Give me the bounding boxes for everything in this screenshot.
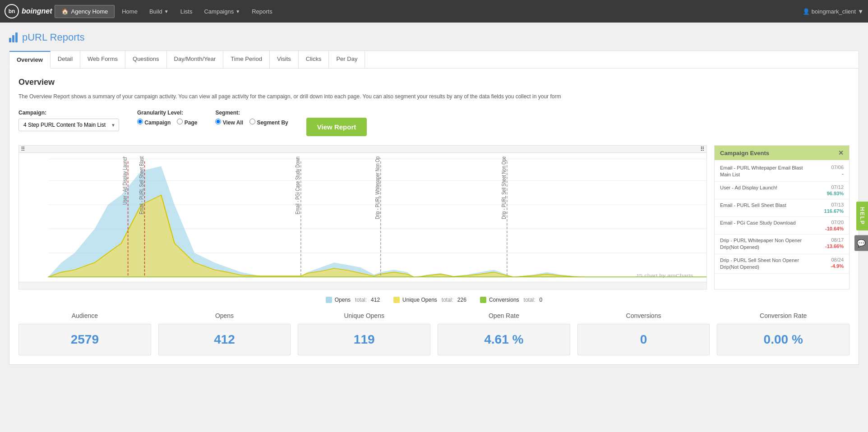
event-item-2: Email - PURL Sell Sheet Blast 07/13 116.… [715,199,849,217]
segment-viewall-radio[interactable] [215,119,221,124]
svg-text:Email - PGi Case Study Downloa: Email - PGi Case Study Download [294,156,300,214]
legend-opens-label: Opens [335,297,351,303]
help-button[interactable]: HELP [856,202,868,230]
event-item-3: Email - PGi Case Study Download 07/20 -1… [715,217,849,234]
granularity-campaign-option[interactable]: Campaign [137,119,171,126]
legend-unique-opens-total-label: total: [442,297,453,303]
granularity-page-option[interactable]: Page [177,119,197,126]
tabs-row: Overview Detail Web Forms Questions Day/… [9,51,859,69]
nav-links: Home Build▼ Lists Campaigns▼ Reports [116,5,803,18]
tab-day-month-year[interactable]: Day/Month/Year [167,51,224,68]
event-date-0: 07/06 [831,165,844,170]
event-meta-0: 07/06 - [803,165,844,176]
brand-logo: bn boingnet [5,4,52,18]
event-name-0: Email - PURL Whitepaper Email Blast Main… [720,165,803,179]
event-date-1: 07/12 [831,184,844,190]
segment-viewall-option[interactable]: View All [215,119,243,126]
legend-unique-opens: Unique Opens total: 226 [393,297,466,303]
segment-label: Segment: [215,110,288,116]
event-item-0: Email - PURL Whitepaper Email Blast Main… [715,162,849,182]
view-report-button[interactable]: View Report [306,118,367,136]
stats-row: Audience 2579 Opens 412 Unique Opens 119… [18,312,850,355]
event-item-4: Drip - PURL Whitepaper Non Opener Drip(N… [715,234,849,254]
segment-viewall-label: View All [223,119,243,126]
tab-web-forms[interactable]: Web Forms [80,51,125,68]
nav-build[interactable]: Build▼ [144,5,174,18]
stat-conversion-rate-value: 0.00 % [717,324,850,355]
event-pct-4: -13.66% [825,244,844,249]
campaign-events-panel: Campaign Events ✕ Email - PURL Whitepape… [714,145,850,290]
event-pct-0: - [842,171,844,176]
nav-campaigns[interactable]: Campaigns▼ [199,5,245,18]
legend-conversions-total: 0 [540,297,543,303]
event-date-4: 08/17 [831,237,844,243]
event-pct-2: 116.67% [824,208,844,214]
event-name-5: Drip - PURL Sell Sheet Non Opener Drip(N… [720,257,803,271]
nav-home[interactable]: Home [116,5,143,18]
agency-home-button[interactable]: 🏠 Agency Home [55,5,115,18]
legend-unique-opens-box [393,297,400,303]
svg-text:Drip - PURL Sell Sheet Non Ope: Drip - PURL Sell Sheet Non Opener Drip(N… [500,156,507,219]
event-name-1: User - Ad Display Launch! [720,184,803,191]
campaign-label: Campaign: [18,110,119,116]
chart-container: ⠿ ⠿ 0 50 100 150 200 250 [18,145,707,290]
svg-text:Oct: Oct [588,281,599,282]
segment-segmentby-radio[interactable] [249,119,255,124]
granularity-page-radio[interactable] [177,119,183,124]
chart-scrollbar-top[interactable]: ⠿ ⠿ [19,146,706,153]
tab-visits[interactable]: Visits [270,51,299,68]
overview-desc: The Overview Report shows a summary of y… [18,92,850,101]
stat-opens-value: 412 [158,324,291,355]
event-item-5: Drip - PURL Sell Sheet Non Opener Drip(N… [715,254,849,274]
tab-time-period[interactable]: Time Period [223,51,270,68]
chart-icon [9,32,18,42]
event-date-5: 08/24 [831,257,844,262]
legend-conversions: Conversions total: 0 [480,297,542,303]
svg-text:Aug: Aug [321,281,334,282]
agency-home-label: Agency Home [71,8,108,15]
tab-overview[interactable]: Overview [9,51,51,69]
granularity-page-label: Page [185,119,198,126]
campaign-events-close-button[interactable]: ✕ [838,149,844,156]
nav-lists[interactable]: Lists [175,5,198,18]
tab-questions[interactable]: Questions [125,51,167,68]
event-meta-1: 07/12 96.93% [803,184,844,196]
legend-conversions-label: Conversions [489,297,519,303]
event-meta-4: 08/17 -13.66% [803,237,844,249]
granularity-campaign-label: Campaign [144,119,171,126]
stat-opens: Opens 412 [158,312,291,355]
campaign-select[interactable]: 4 Step PURL Content To Main List [18,119,119,131]
chart-bar2 [12,35,14,42]
tab-per-day[interactable]: Per Day [329,51,365,68]
event-meta-5: 08/24 -4.9% [803,257,844,269]
user-menu[interactable]: 👤 boingmark_client ▼ [803,8,863,15]
granularity-campaign-radio[interactable] [137,119,143,124]
event-item-1: User - Ad Display Launch! 07/12 96.93% [715,182,849,199]
stat-unique-opens-label: Unique Opens [298,312,430,319]
tab-detail[interactable]: Detail [51,51,80,68]
granularity-filter: Granularity Level: Campaign Page [137,110,197,129]
page-content: pURL Reports Overview Detail Web Forms Q… [0,23,868,374]
stat-opens-label: Opens [158,312,291,319]
event-name-2: Email - PURL Sell Sheet Blast [720,202,803,209]
stat-unique-opens: Unique Opens 119 [298,312,430,355]
tab-clicks[interactable]: Clicks [299,51,329,68]
campaign-events-header: Campaign Events ✕ [715,146,849,160]
build-dropdown-arrow: ▼ [164,9,169,14]
feedback-icon: 💬 [857,239,866,247]
navbar: bn boingnet 🏠 Agency Home Home Build▼ Li… [0,0,868,23]
scrollbar-right-handle[interactable]: ⠿ [700,146,705,152]
brand-name: boingnet [22,7,52,15]
scrollbar-left-handle[interactable]: ⠿ [21,146,25,152]
stat-audience-value: 2579 [18,324,151,355]
stat-conversions-value: 0 [577,324,710,355]
feedback-button[interactable]: 💬 [854,235,868,251]
stat-audience: Audience 2579 [18,312,151,355]
filters-row: Campaign: 4 Step PURL Content To Main Li… [18,110,850,136]
legend-conversions-total-label: total: [524,297,536,303]
stat-open-rate: Open Rate 4.61 % [438,312,570,355]
stat-conversions-label: Conversions [577,312,710,319]
svg-text:Email - PURL Sell Sheet Blast: Email - PURL Sell Sheet Blast [138,156,144,214]
segment-segmentby-option[interactable]: Segment By [249,119,288,126]
nav-reports[interactable]: Reports [246,5,278,18]
